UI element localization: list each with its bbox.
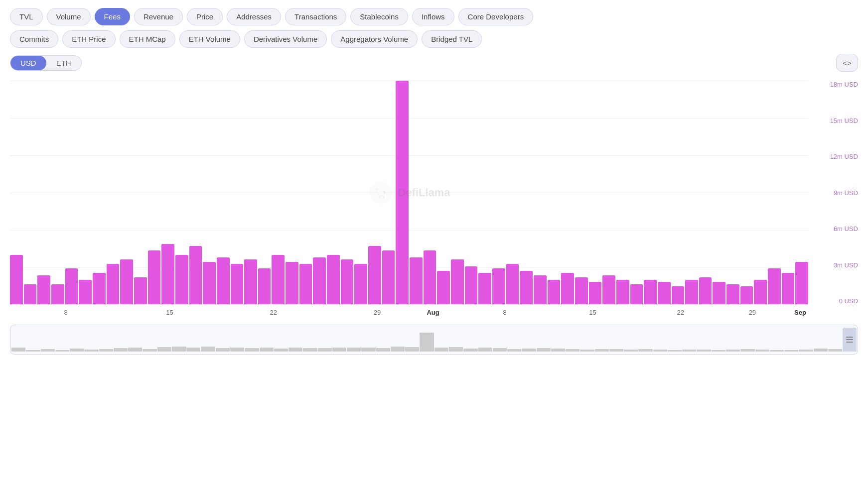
chart-bar[interactable] [354, 264, 367, 304]
chart-bar[interactable] [217, 257, 230, 304]
chart-bar[interactable] [286, 262, 298, 304]
eth-button[interactable]: ETH [46, 56, 81, 70]
tab-transactions[interactable]: Transactions [285, 8, 346, 25]
mini-bar [361, 348, 375, 352]
chart-bar[interactable] [396, 81, 409, 304]
chart-bar[interactable] [120, 259, 133, 304]
chart-bar[interactable] [10, 255, 23, 304]
chart-bar[interactable] [134, 277, 147, 304]
tab-fees[interactable]: Fees [95, 8, 130, 25]
tab-commits[interactable]: Commits [10, 30, 58, 48]
chart-bar[interactable] [107, 264, 120, 304]
chart-bar[interactable] [451, 259, 464, 304]
tab-stablecoins[interactable]: Stablecoins [350, 8, 408, 25]
bar-wrapper [396, 81, 409, 304]
chart-bar[interactable] [644, 280, 657, 304]
chart-bar[interactable] [492, 268, 505, 304]
chart-bar[interactable] [602, 275, 615, 304]
chart-bar[interactable] [37, 275, 50, 304]
scrollbar-area[interactable] [10, 325, 858, 355]
chart-bar[interactable] [299, 264, 312, 304]
chart-bar[interactable] [65, 268, 78, 304]
tab-inflows[interactable]: Inflows [412, 8, 454, 25]
chart-bar[interactable] [24, 284, 37, 304]
chart-bar[interactable] [327, 255, 340, 304]
bar-wrapper [93, 81, 106, 304]
chart-bar[interactable] [272, 255, 285, 304]
tab-core-developers[interactable]: Core Developers [458, 8, 534, 25]
chart-bar[interactable] [79, 280, 92, 304]
code-button[interactable]: <> [836, 54, 858, 72]
tab-tvl[interactable]: TVL [10, 8, 43, 25]
chart-bar[interactable] [658, 282, 671, 304]
chart-bar[interactable] [478, 273, 491, 304]
chart-bar[interactable] [382, 250, 395, 304]
mini-bar [157, 347, 171, 352]
bar-wrapper [341, 81, 354, 304]
bar-wrapper [534, 81, 547, 304]
scrollbar-handle[interactable] [843, 328, 857, 352]
chart-bar[interactable] [726, 284, 739, 304]
mini-bar [537, 348, 551, 352]
chart-bar[interactable] [506, 264, 519, 304]
chart-bar[interactable] [203, 262, 216, 304]
chart-bar[interactable] [189, 246, 202, 304]
chart-bar[interactable] [258, 268, 271, 304]
y-label: 0 USD [839, 297, 858, 305]
chart-bar[interactable] [768, 268, 781, 304]
tab-revenue[interactable]: Revenue [134, 8, 183, 25]
x-label: 22 [270, 309, 277, 316]
chart-bar[interactable] [575, 277, 588, 304]
chart-bar[interactable] [437, 271, 450, 304]
chart-bar[interactable] [713, 282, 725, 304]
chart-bar[interactable] [672, 286, 685, 304]
chart-bar[interactable] [795, 262, 808, 304]
tab-volume[interactable]: Volume [47, 8, 91, 25]
mini-bar [99, 349, 113, 352]
bar-wrapper [313, 81, 326, 304]
bar-wrapper [272, 81, 285, 304]
chart-bar[interactable] [754, 280, 767, 304]
mini-bar [580, 350, 594, 352]
usd-button[interactable]: USD [10, 56, 46, 70]
chart-bar[interactable] [699, 277, 712, 304]
chart-bar[interactable] [520, 271, 533, 304]
chart-bar[interactable] [589, 282, 602, 304]
chart-bar[interactable] [51, 284, 64, 304]
mini-bar [551, 349, 565, 352]
tab-addresses[interactable]: Addresses [227, 8, 281, 25]
chart-bar[interactable] [534, 275, 547, 304]
y-axis: 18m USD15m USD12m USD9m USD6m USD3m USD0… [813, 81, 858, 320]
chart-bar[interactable] [410, 257, 423, 304]
chart-bar[interactable] [616, 280, 629, 304]
tab-bridged-tvl[interactable]: Bridged TVL [422, 30, 482, 48]
tab-eth-volume[interactable]: ETH Volume [179, 30, 240, 48]
chart-bar[interactable] [685, 280, 698, 304]
chart-bar[interactable] [424, 250, 436, 304]
chart-bar[interactable] [93, 273, 106, 304]
chart-bar[interactable] [313, 257, 326, 304]
tab-eth-mcap[interactable]: ETH MCap [120, 30, 175, 48]
y-label: 15m USD [830, 117, 858, 124]
mini-bar [216, 348, 230, 352]
chart-bar[interactable] [740, 286, 753, 304]
chart-bar[interactable] [368, 246, 381, 304]
tab-aggregators-volume[interactable]: Aggregators Volume [331, 30, 418, 48]
bar-wrapper [616, 81, 629, 304]
chart-bar[interactable] [161, 244, 174, 304]
chart-bar[interactable] [548, 280, 561, 304]
tab-derivatives-volume[interactable]: Derivatives Volume [244, 30, 327, 48]
tab-eth-price[interactable]: ETH Price [62, 30, 115, 48]
mini-bar [245, 348, 259, 352]
chart-bar[interactable] [465, 266, 478, 304]
tab-price[interactable]: Price [187, 8, 223, 25]
chart-bar[interactable] [148, 250, 161, 304]
chart-bar[interactable] [341, 259, 354, 304]
chart-bar[interactable] [175, 255, 188, 304]
chart-bar[interactable] [561, 273, 574, 304]
chart-bar[interactable] [244, 259, 257, 304]
bar-wrapper [203, 81, 216, 304]
chart-bar[interactable] [630, 284, 643, 304]
chart-bar[interactable] [782, 273, 795, 304]
chart-bar[interactable] [231, 264, 244, 304]
